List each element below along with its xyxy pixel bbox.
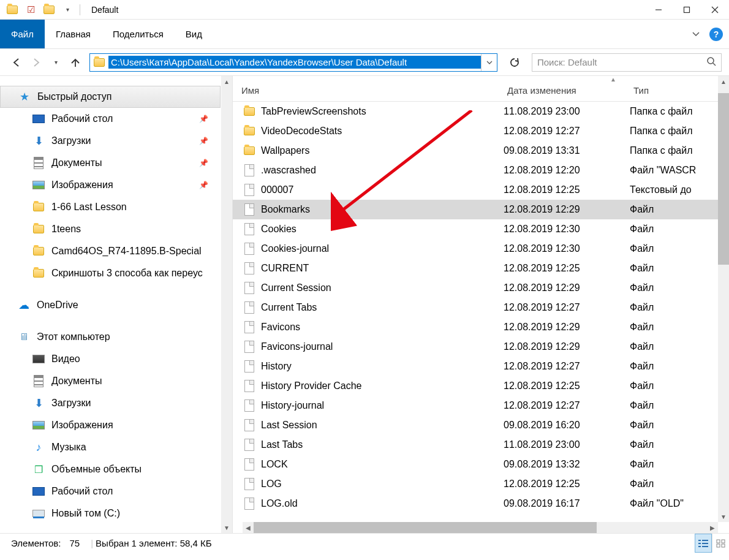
- file-name: VideoDecodeStats: [261, 126, 504, 137]
- tab-share[interactable]: Поделиться: [102, 20, 175, 48]
- address-dropdown-icon[interactable]: [481, 54, 497, 71]
- sidebar-quick-item-6[interactable]: Camd64OS_R74-11895.B-Special: [0, 240, 221, 262]
- file-row-14[interactable]: History Provider Cache 12.08.2019 12:25 …: [233, 376, 729, 396]
- sidebar-pc-item-2[interactable]: ⬇Загрузки: [0, 392, 221, 414]
- file-row-5[interactable]: Bookmarks 12.08.2019 12:29 Файл: [233, 200, 729, 219]
- help-icon[interactable]: ?: [709, 28, 723, 41]
- view-icons-button[interactable]: [712, 534, 729, 553]
- column-type[interactable]: Тип: [629, 85, 729, 96]
- file-icon: [243, 301, 256, 314]
- sidebar-quick-access[interactable]: ★Быстрый доступ: [0, 86, 221, 108]
- sidebar-onedrive[interactable]: ☁OneDrive: [0, 294, 221, 316]
- sidebar-quick-item-2[interactable]: Документы📌: [0, 152, 221, 174]
- titlebar-separator: [80, 4, 80, 15]
- scroll-right-icon[interactable]: ▶: [707, 522, 718, 533]
- qa-newfolder-icon[interactable]: [42, 2, 56, 17]
- column-name[interactable]: Имя: [233, 85, 502, 96]
- collapse-ribbon-button[interactable]: [689, 27, 703, 42]
- address-bar[interactable]: C:\Users\Катя\AppData\Local\Yandex\Yande…: [89, 53, 497, 72]
- file-icon: [243, 203, 256, 216]
- onedrive-icon: ☁: [17, 298, 31, 312]
- scroll-up-icon[interactable]: ▲: [221, 76, 232, 87]
- file-row-2[interactable]: Wallpapers 09.08.2019 13:31 Папка с файл: [233, 141, 729, 161]
- sidebar-this-pc[interactable]: 🖥Этот компьютер: [0, 326, 221, 348]
- file-row-13[interactable]: History 12.08.2019 12:27 Файл: [233, 357, 729, 376]
- sidebar-quick-item-7[interactable]: Скриншоты 3 способа как переус: [0, 262, 221, 284]
- sidebar-quick-item-1[interactable]: ⬇Загрузки📌: [0, 130, 221, 152]
- nav-recent-dropdown[interactable]: ▾: [50, 57, 61, 68]
- file-row-7[interactable]: Cookies-journal 12.08.2019 12:30 Файл: [233, 239, 729, 259]
- search-box[interactable]: [532, 53, 722, 72]
- file-type: Файл: [630, 224, 729, 235]
- sidebar-item-label: Этот компьютер: [37, 331, 110, 342]
- scroll-up-icon[interactable]: ▲: [718, 76, 729, 87]
- minimize-button[interactable]: [644, 0, 673, 20]
- sidebar-pc-item-1[interactable]: Документы: [0, 370, 221, 392]
- file-row-20[interactable]: LOG.old 09.08.2019 16:17 Файл "OLD": [233, 494, 729, 513]
- sidebar-pc-item-4[interactable]: ♪Музыка: [0, 436, 221, 458]
- maximize-button[interactable]: [673, 0, 701, 20]
- column-date[interactable]: Дата изменения: [502, 85, 629, 96]
- address-path[interactable]: C:\Users\Катя\AppData\Local\Yandex\Yande…: [108, 56, 481, 69]
- search-input[interactable]: [537, 57, 706, 67]
- file-name: LOG: [261, 479, 504, 490]
- download-icon: ⬇: [32, 134, 45, 148]
- sidebar-item-label: Музыка: [51, 442, 86, 453]
- scroll-down-icon[interactable]: ▼: [718, 511, 729, 522]
- file-row-15[interactable]: History-journal 12.08.2019 12:27 Файл: [233, 396, 729, 415]
- tab-home[interactable]: Главная: [45, 20, 102, 48]
- view-details-button[interactable]: [695, 534, 712, 553]
- tab-file[interactable]: Файл: [0, 20, 45, 48]
- sidebar-pc-item-7[interactable]: Новый том (C:): [0, 502, 221, 524]
- file-row-6[interactable]: Cookies 12.08.2019 12:30 Файл: [233, 219, 729, 239]
- file-row-16[interactable]: Last Session 09.08.2019 16:20 Файл: [233, 415, 729, 435]
- refresh-button[interactable]: [506, 54, 523, 71]
- svg-rect-16: [722, 544, 725, 547]
- qa-properties-icon[interactable]: ☑: [23, 2, 38, 17]
- file-row-12[interactable]: Favicons-journal 12.08.2019 12:29 Файл: [233, 337, 729, 357]
- sidebar-pc-item-3[interactable]: Изображения: [0, 414, 221, 436]
- nav-back-button[interactable]: [11, 57, 22, 68]
- vertical-scroll-thumb[interactable]: [718, 93, 729, 265]
- file-date: 12.08.2019 12:25: [504, 479, 630, 490]
- search-icon[interactable]: [706, 56, 716, 68]
- sidebar-pc-item-5[interactable]: ❒Объемные объекты: [0, 458, 221, 480]
- status-elements-count: 75: [70, 538, 89, 548]
- main-horizontal-scrollbar[interactable]: ◀ ▶: [243, 522, 718, 533]
- sidebar-scrollbar[interactable]: ▲ ▼: [221, 76, 232, 533]
- main-vertical-scrollbar[interactable]: ▲ ▼: [718, 76, 729, 522]
- sidebar-quick-item-5[interactable]: 1teens: [0, 218, 221, 240]
- file-date: 09.08.2019 13:32: [504, 459, 630, 470]
- sidebar-quick-item-0[interactable]: Рабочий стол📌: [0, 108, 221, 130]
- horizontal-scroll-thumb[interactable]: [254, 522, 597, 533]
- file-row-0[interactable]: TabPreviewScreenshots 11.08.2019 23:00 П…: [233, 102, 729, 121]
- file-row-18[interactable]: LOCK 09.08.2019 13:32 Файл: [233, 455, 729, 474]
- file-icon: [243, 184, 256, 196]
- sidebar-quick-item-4[interactable]: 1-66 Last Lesson: [0, 196, 221, 218]
- nav-forward-button[interactable]: [31, 57, 42, 68]
- file-icon: [243, 458, 256, 471]
- file-row-9[interactable]: Current Session 12.08.2019 12:29 Файл: [233, 278, 729, 298]
- sidebar-item-label: Загрузки: [51, 398, 91, 409]
- file-row-17[interactable]: Last Tabs 11.08.2019 23:00 Файл: [233, 435, 729, 455]
- file-date: 12.08.2019 12:25: [504, 184, 630, 195]
- sidebar-pc-item-6[interactable]: Рабочий стол: [0, 480, 221, 502]
- file-name: Current Tabs: [261, 302, 504, 313]
- nav-up-button[interactable]: [70, 57, 81, 68]
- star-icon: ★: [18, 90, 31, 104]
- sidebar-pc-item-0[interactable]: Видео: [0, 348, 221, 370]
- system-menu-icon[interactable]: [5, 2, 20, 17]
- file-row-4[interactable]: 000007 12.08.2019 12:25 Текстовый до: [233, 180, 729, 200]
- tab-view[interactable]: Вид: [175, 20, 213, 48]
- file-row-11[interactable]: Favicons 12.08.2019 12:29 Файл: [233, 317, 729, 337]
- close-button[interactable]: [701, 0, 729, 20]
- file-row-1[interactable]: VideoDecodeStats 12.08.2019 12:27 Папка …: [233, 121, 729, 141]
- scroll-left-icon[interactable]: ◀: [243, 522, 254, 533]
- scroll-down-icon[interactable]: ▼: [221, 522, 232, 533]
- file-row-3[interactable]: .wascrashed 12.08.2019 12:20 Файл "WASCR: [233, 161, 729, 180]
- file-row-10[interactable]: Current Tabs 12.08.2019 12:27 Файл: [233, 298, 729, 317]
- qa-dropdown-icon[interactable]: ▾: [60, 2, 75, 17]
- file-row-19[interactable]: LOG 12.08.2019 12:25 Файл: [233, 474, 729, 494]
- sidebar-quick-item-3[interactable]: Изображения📌: [0, 174, 221, 196]
- file-row-8[interactable]: CURRENT 12.08.2019 12:25 Файл: [233, 259, 729, 278]
